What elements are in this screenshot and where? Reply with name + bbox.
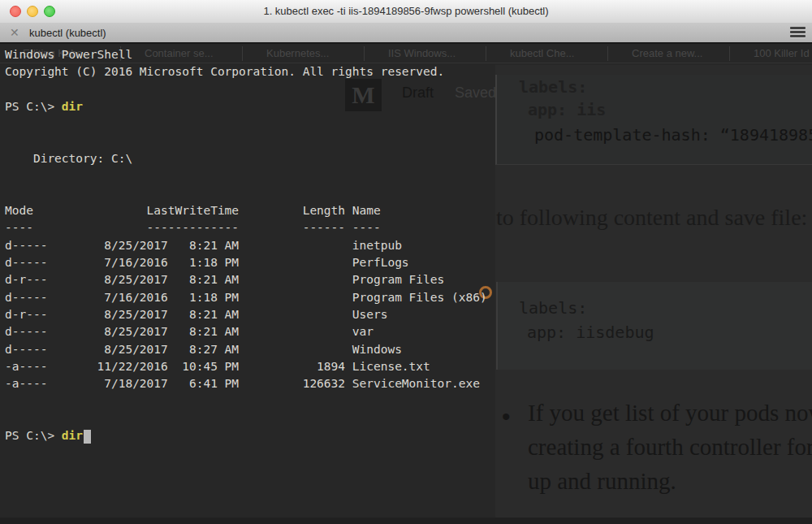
window-title: 1. kubectl exec -ti iis-1894189856-9fwsp… [0,5,812,17]
prompt-text: PS C:\> [5,100,62,113]
dir-row: d----- 8/25/2017 8:21 AM inetpub [5,237,487,254]
article-list-line: up and running. [528,468,676,495]
code-line: labels: [519,77,587,97]
code-line: pod-template-hash: “189418985 [534,125,812,145]
background-tab-100-killer: 100 Killer Id [754,47,810,59]
terminal-line: Copyright (C) 2016 Microsoft Corporation… [5,63,487,80]
article-paragraph: to following content and save file: [496,205,807,231]
article-list-line: If you get list of your pods now [528,400,812,427]
hamburger-menu-icon[interactable] [790,27,806,39]
screen-root: 1. kubectl exec -ti iis-1894189856-9fwsp… [0,0,812,524]
command-text: dir [62,100,83,113]
background-article-pane: labels: app: iis pod-template-hash: “189… [495,65,812,518]
tab-divider [607,46,608,61]
background-tab-kubectl-che: kubectl Che... [510,47,575,59]
dir-row: d----- 7/16/2016 1:18 PM PerfLogs [5,254,487,271]
dir-row: d----- 7/16/2016 1:18 PM Program Files (… [5,289,487,306]
dir-row: d----- 8/25/2017 8:27 AM Windows [5,341,487,358]
tab-close-icon[interactable]: ✕ [10,26,19,39]
terminal-line: Windows PowerShell [5,46,487,63]
background-page-bottom-edge [0,518,812,524]
code-line: labels: [519,298,587,318]
dir-row: -a---- 11/22/2016 10:45 PM 1894 License.… [5,358,487,375]
dir-row: -a---- 7/18/2017 6:41 PM 126632 ServiceM… [5,375,487,392]
terminal-line [5,393,487,410]
terminal-output[interactable]: Windows PowerShell Copyright (C) 2016 Mi… [5,46,487,445]
terminal-line [5,133,487,150]
dir-header-underline: ---- ------------- ------ ---- [5,219,487,236]
background-code-block-2: labels: app: iisdebug [496,282,812,370]
dir-row: d----- 8/25/2017 8:21 AM var [5,323,487,340]
terminal-prompt-line: PS C:\> dir [5,98,487,115]
terminal-line [5,167,487,184]
prompt-text: PS C:\> [5,429,62,442]
dir-header-line: Mode LastWriteTime Length Name [5,202,487,219]
window-titlebar[interactable]: 1. kubectl exec -ti iis-1894189856-9fwsp… [0,0,812,24]
terminal-line [5,410,487,427]
terminal-tab-label[interactable]: kubectl (kubectl) [29,27,106,39]
terminal-line [5,185,487,202]
terminal-tab-bar: ✕ kubectl (kubectl) [0,23,812,44]
terminal-line [5,115,487,132]
terminal-cursor [84,430,91,444]
code-line: app: iis [528,100,606,119]
article-list-line: creating a fourth controller for [528,434,812,461]
dir-row: d-r--- 8/25/2017 8:21 AM Users [5,306,487,323]
dir-row: d-r--- 8/25/2017 8:21 AM Program Files [5,271,487,288]
terminal-prompt-line[interactable]: PS C:\> dir [5,427,487,444]
code-line: app: iisdebug [527,323,654,342]
background-code-block-1: labels: app: iis pod-template-hash: “189… [495,75,812,165]
command-text: dir [62,429,83,442]
background-tab-create-a-new: Create a new... [632,47,702,59]
tab-divider [729,46,730,61]
list-bullet: • [502,403,511,431]
terminal-line [5,81,487,98]
terminal-line: Directory: C:\ [5,150,487,167]
